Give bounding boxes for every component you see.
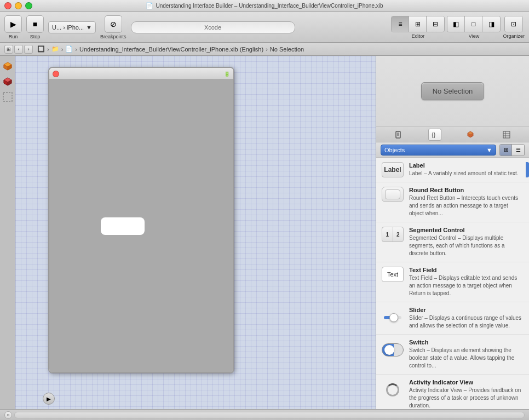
dropdown-arrow: ▼ xyxy=(486,147,492,153)
grid-view-button[interactable]: ⊞ xyxy=(500,145,512,156)
svg-rect-8 xyxy=(3,93,12,101)
editor-group: ≡ ⊞ ⊟ Editor xyxy=(391,16,445,39)
active-indicator xyxy=(526,162,529,177)
object-info: Activity Indicator View Activity Indicat… xyxy=(409,379,524,409)
debug-button[interactable]: □ xyxy=(465,16,482,32)
breadcrumb-icon2: 📁 xyxy=(51,45,59,53)
sidebar-dashed-icon[interactable] xyxy=(2,91,14,103)
nav-grid-button[interactable]: ⊞ xyxy=(4,45,13,54)
version-editor-button[interactable]: ⊟ xyxy=(427,16,444,32)
stop-button[interactable]: ■ Stop xyxy=(26,15,44,39)
breadcrumb: ⊞ ‹ › 🔲 › 📁 › 📄 › Understanding_Interfac… xyxy=(0,43,529,56)
window-controls[interactable] xyxy=(4,2,32,9)
view-buttons: ◧ □ ◨ xyxy=(447,16,501,32)
maximize-button[interactable] xyxy=(25,2,32,9)
xcode-search: Xcode xyxy=(131,21,295,33)
minimize-button[interactable] xyxy=(15,2,22,9)
svg-rect-9 xyxy=(396,131,400,138)
title-icon: 📄 xyxy=(146,2,153,9)
title-bar: 📄 Understanding Interface Builder – Unde… xyxy=(0,0,529,12)
inspector-tab-table[interactable] xyxy=(500,129,513,141)
object-info: Round Rect Button Round Rect Button – In… xyxy=(409,187,524,217)
main-area: 🔋 ▶ No Selection {} xyxy=(0,56,529,409)
inspector-top: No Selection xyxy=(376,56,529,127)
segmented-object-icon: 1 2 xyxy=(382,227,404,242)
inspector-tab-file[interactable] xyxy=(392,129,405,141)
breakpoints-icon: ⊘ xyxy=(105,15,122,33)
list-item[interactable]: Label Label Label – A variably sized amo… xyxy=(376,158,529,182)
breadcrumb-selection[interactable]: No Selection xyxy=(270,46,304,53)
assistant-editor-button[interactable]: ⊞ xyxy=(409,16,427,32)
view-toggle: ⊞ ☰ xyxy=(499,144,525,156)
bottom-bar: ○ xyxy=(0,409,529,420)
objects-bar: Objects ▼ ⊞ ☰ xyxy=(376,142,529,158)
play-button[interactable]: ▶ xyxy=(43,393,55,405)
run-icon: ▶ xyxy=(4,15,22,33)
inspector-tabs: {} xyxy=(376,127,529,142)
list-item[interactable]: Slider Slider – Displays a continuous ra… xyxy=(376,302,529,335)
slider-object-icon xyxy=(382,307,404,329)
object-info: Slider Slider – Displays a continuous ra… xyxy=(409,307,524,330)
standard-editor-button[interactable]: ≡ xyxy=(392,16,409,32)
breadcrumb-nav: ⊞ ‹ › xyxy=(4,45,33,54)
svg-rect-16 xyxy=(503,131,510,138)
toolbar: ▶ Run ■ Stop U... › iPho... ▼ ⊘ Breakpoi… xyxy=(0,12,529,43)
window-title: 📄 Understanding Interface Builder – Unde… xyxy=(146,2,383,9)
sidebar-red-cube-icon[interactable] xyxy=(2,76,14,88)
sidebar-cube-icon[interactable] xyxy=(2,60,14,72)
activity-object-icon xyxy=(382,379,404,401)
toolbar-right: ≡ ⊞ ⊟ Editor ◧ □ ◨ View ⊡ Organizer xyxy=(391,16,525,39)
run-button[interactable]: ▶ Run xyxy=(4,15,22,39)
stop-icon: ■ xyxy=(26,15,44,33)
editor-buttons: ≡ ⊞ ⊟ xyxy=(391,16,445,32)
list-item[interactable]: 1 2 Segmented Control Segmented Control … xyxy=(376,222,529,262)
breadcrumb-icon: 🔲 xyxy=(37,45,45,53)
organizer-group: ⊡ Organizer xyxy=(503,16,525,39)
object-info: Label Label – A variably sized amount of… xyxy=(409,162,520,177)
organizer-button-group: ⊡ xyxy=(504,16,523,32)
close-button[interactable] xyxy=(4,2,12,9)
chevron-down-icon: ▼ xyxy=(86,24,92,31)
iphone-content xyxy=(49,80,233,372)
right-panel: No Selection {} Objects xyxy=(376,56,529,409)
no-selection-badge: No Selection xyxy=(421,82,485,100)
view-group: ◧ □ ◨ View xyxy=(447,16,501,39)
iphone-titlebar: 🔋 xyxy=(49,68,233,80)
nav-forward-button[interactable]: › xyxy=(24,45,33,54)
left-sidebar xyxy=(0,56,15,409)
list-item[interactable]: Switch Switch – Displays an element show… xyxy=(376,335,529,375)
breakpoints-button[interactable]: ⊘ Breakpoints xyxy=(100,15,127,39)
objects-dropdown[interactable]: Objects ▼ xyxy=(381,145,496,156)
object-info: Text Field Text Field – Displays editabl… xyxy=(409,267,524,297)
battery-icon: 🔋 xyxy=(224,71,230,77)
scroll-bar[interactable] xyxy=(14,412,525,418)
switch-object-icon xyxy=(382,339,404,361)
object-info: Segmented Control Segmented Control – Di… xyxy=(409,227,524,257)
breadcrumb-icon3: 📄 xyxy=(65,45,73,53)
textfield-object-icon: Text xyxy=(382,267,404,282)
iphone-close-button[interactable] xyxy=(53,71,59,77)
navigator-button[interactable]: ◧ xyxy=(447,16,465,32)
breadcrumb-xib[interactable]: Understanding_Interface_BuilderViewContr… xyxy=(79,46,263,53)
list-item[interactable]: Activity Indicator View Activity Indicat… xyxy=(376,375,529,409)
round-rect-object-icon xyxy=(382,187,404,202)
list-view-button[interactable]: ☰ xyxy=(512,145,524,156)
list-item[interactable]: Text Text Field Text Field – Displays ed… xyxy=(376,262,529,302)
organizer-button[interactable]: ⊡ xyxy=(505,16,522,32)
inspector-tab-code[interactable]: {} xyxy=(428,129,441,141)
object-info: Switch Switch – Displays an element show… xyxy=(409,339,524,370)
nav-back-button[interactable]: ‹ xyxy=(14,45,23,54)
scheme-selector[interactable]: U... › iPho... ▼ xyxy=(48,21,96,33)
object-list: Label Label Label – A variably sized amo… xyxy=(376,158,529,409)
inspector-tab-cube[interactable] xyxy=(464,129,477,141)
svg-text:{}: {} xyxy=(432,131,436,138)
label-object-icon: Label xyxy=(382,162,404,177)
utilities-button[interactable]: ◨ xyxy=(482,16,500,32)
list-item[interactable]: Round Rect Button Round Rect Button – In… xyxy=(376,182,529,222)
iphone-mockup: 🔋 xyxy=(48,67,234,373)
simulated-button xyxy=(101,217,145,235)
bottom-left-button[interactable]: ○ xyxy=(4,411,12,419)
canvas-area: 🔋 ▶ xyxy=(15,56,376,409)
